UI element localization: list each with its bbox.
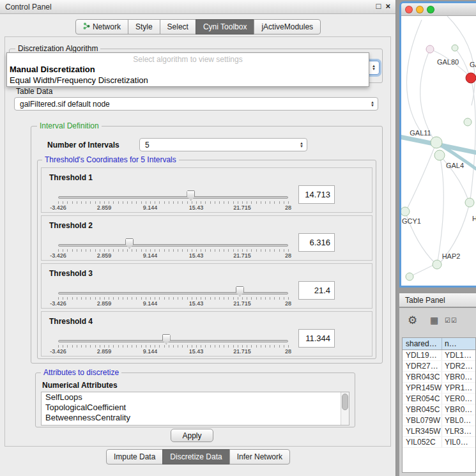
cell-shared-name[interactable]: YBL079W bbox=[403, 415, 442, 426]
zoom-traffic-light[interactable] bbox=[427, 6, 434, 13]
dropdown-item-equal-width-frequency[interactable]: Equal Width/Frequency Discretization bbox=[7, 75, 369, 86]
float-window-icon[interactable]: □ bbox=[376, 1, 381, 11]
network-node[interactable] bbox=[433, 260, 441, 269]
table-row[interactable]: YDL19…YDL1… bbox=[403, 350, 475, 361]
node-label-h: H bbox=[472, 215, 476, 222]
network-node[interactable] bbox=[464, 118, 472, 126]
tab-discretize-data[interactable]: Discretize Data bbox=[162, 449, 229, 464]
number-of-intervals-combo[interactable]: 5 ▲▼ bbox=[139, 138, 307, 151]
cell-shared-name[interactable]: YLR345W bbox=[403, 426, 442, 436]
network-node[interactable] bbox=[434, 150, 445, 160]
tab-label: Discretize Data bbox=[170, 452, 222, 461]
table-row[interactable]: YBR045CYBR0… bbox=[403, 404, 475, 415]
list-item-selfloops[interactable]: SelfLoops bbox=[42, 392, 349, 403]
slider-track[interactable] bbox=[58, 196, 288, 199]
scale-label: 21.715 bbox=[233, 204, 251, 211]
minimize-traffic-light[interactable] bbox=[416, 6, 424, 13]
list-scrollbar[interactable] bbox=[341, 392, 349, 425]
network-node[interactable] bbox=[431, 137, 442, 148]
scale-label: 28 bbox=[285, 204, 291, 211]
close-window-icon[interactable]: × bbox=[385, 1, 390, 11]
tab-cyni-toolbox[interactable]: Cyni Toolbox bbox=[196, 19, 254, 35]
cell-name[interactable]: YDR2… bbox=[442, 361, 475, 371]
cell-shared-name[interactable]: YBR043C bbox=[403, 372, 442, 382]
network-node[interactable] bbox=[426, 45, 434, 53]
cell-name[interactable]: YDL1… bbox=[442, 350, 475, 360]
network-node[interactable] bbox=[465, 198, 474, 207]
list-item-topologicalcoefficient[interactable]: TopologicalCoefficient bbox=[42, 403, 349, 413]
table-columns-icon[interactable]: ▦ bbox=[430, 315, 438, 325]
table-row[interactable]: YPR145WYPR1… bbox=[403, 383, 475, 394]
network-node[interactable] bbox=[406, 273, 413, 280]
column-header-shared-name[interactable]: shared… bbox=[403, 338, 442, 349]
cell-shared-name[interactable]: YBR045C bbox=[403, 404, 442, 415]
slider-track[interactable] bbox=[58, 340, 288, 342]
scale-label: 28 bbox=[285, 348, 291, 355]
tab-jactivemodules[interactable]: jActiveModules bbox=[254, 19, 321, 35]
threshold-value-field[interactable]: 14.713 bbox=[298, 185, 335, 204]
network-edge[interactable] bbox=[407, 142, 436, 209]
slider-track[interactable] bbox=[58, 292, 288, 295]
network-node[interactable] bbox=[466, 73, 476, 83]
slider-thumb[interactable] bbox=[236, 286, 244, 296]
network-edge[interactable] bbox=[420, 49, 433, 139]
slider-thumb[interactable] bbox=[187, 190, 195, 201]
gear-icon[interactable]: ⚙ bbox=[408, 314, 417, 327]
cell-name[interactable]: YLR3… bbox=[442, 426, 475, 436]
dropdown-item-manual-discretization[interactable]: Manual Discretization bbox=[7, 64, 369, 75]
cell-shared-name[interactable]: YDL19… bbox=[403, 350, 442, 360]
threshold-value-field[interactable]: 11.344 bbox=[298, 329, 335, 348]
cell-name[interactable]: YPR1… bbox=[442, 383, 475, 393]
control-panel-window: Control Panel □ × NetworkStyleSelectCyni… bbox=[0, 0, 396, 476]
network-node[interactable] bbox=[401, 207, 410, 216]
table-row[interactable]: YBR043CYBR0… bbox=[403, 372, 475, 383]
table-data-combo[interactable]: galFiltered.sif default node ▲▼ bbox=[14, 97, 378, 111]
network-edge[interactable] bbox=[470, 78, 475, 200]
table-row[interactable]: YLR345WYLR3… bbox=[403, 426, 475, 437]
list-item-betweennesscentrality[interactable]: BetweennessCentrality bbox=[42, 413, 349, 423]
network-canvas[interactable]: GAL80GAL11GAL4GCY1HAP2GAH bbox=[401, 16, 476, 288]
cell-shared-name[interactable]: YDR27… bbox=[403, 361, 442, 371]
table-panel-header[interactable]: Table Panel bbox=[399, 293, 476, 307]
threshold-value-field[interactable]: 21.4 bbox=[298, 281, 335, 300]
cell-name[interactable]: YBL0… bbox=[442, 415, 475, 426]
threshold-label: Threshold 1 bbox=[49, 173, 93, 182]
tab-style[interactable]: Style bbox=[128, 19, 160, 35]
cell-name[interactable]: YIL0… bbox=[442, 437, 475, 447]
column-header-name[interactable]: n… bbox=[442, 338, 475, 349]
scale-label: 9.144 bbox=[143, 300, 158, 307]
slider-track[interactable] bbox=[58, 244, 288, 247]
table-row[interactable]: YIL052CYIL0… bbox=[403, 437, 475, 448]
cell-shared-name[interactable]: YIL052C bbox=[403, 437, 442, 447]
slider-thumb[interactable] bbox=[162, 334, 171, 344]
cell-name[interactable]: YBR0… bbox=[442, 404, 475, 415]
cell-shared-name[interactable]: YER054C bbox=[403, 394, 442, 404]
slider-thumb[interactable] bbox=[125, 238, 134, 249]
cell-name[interactable]: YBR0… bbox=[442, 372, 475, 382]
select-rows-icons[interactable]: ☑☑ bbox=[445, 317, 457, 324]
threshold-panel-2: Threshold 2-3.4262.8599.14415.4321.71528… bbox=[41, 215, 372, 261]
tab-impute-data[interactable]: Impute Data bbox=[106, 449, 163, 464]
top-tab-bar: NetworkStyleSelectCyni ToolboxjActiveMod… bbox=[0, 19, 396, 35]
cell-shared-name[interactable]: YPR145W bbox=[403, 383, 442, 393]
network-edge[interactable] bbox=[438, 155, 443, 261]
scrollbar-thumb[interactable] bbox=[342, 394, 348, 410]
scale-label: 15.43 bbox=[189, 204, 204, 211]
interval-definition-label: Interval Definition bbox=[37, 121, 102, 130]
tab-infer-network[interactable]: Infer Network bbox=[229, 449, 290, 464]
scale-label: 2.859 bbox=[97, 300, 112, 307]
network-node[interactable] bbox=[452, 45, 458, 51]
node-label-gcy1: GCY1 bbox=[402, 217, 421, 225]
apply-button[interactable]: Apply bbox=[171, 429, 213, 442]
table-row[interactable]: YBL079WYBL0… bbox=[403, 415, 475, 426]
table-row[interactable]: YDR27…YDR2… bbox=[403, 361, 475, 372]
table-row[interactable]: YER054CYER0… bbox=[403, 394, 475, 404]
tab-network[interactable]: Network bbox=[75, 19, 128, 35]
cell-name[interactable]: YER0… bbox=[442, 394, 475, 404]
scale-label: 9.144 bbox=[143, 348, 158, 355]
network-edge[interactable] bbox=[406, 20, 423, 135]
tab-select[interactable]: Select bbox=[160, 19, 196, 35]
threshold-value-field[interactable]: 6.316 bbox=[298, 233, 335, 252]
network-icon bbox=[83, 22, 90, 31]
close-traffic-light[interactable] bbox=[405, 6, 413, 13]
